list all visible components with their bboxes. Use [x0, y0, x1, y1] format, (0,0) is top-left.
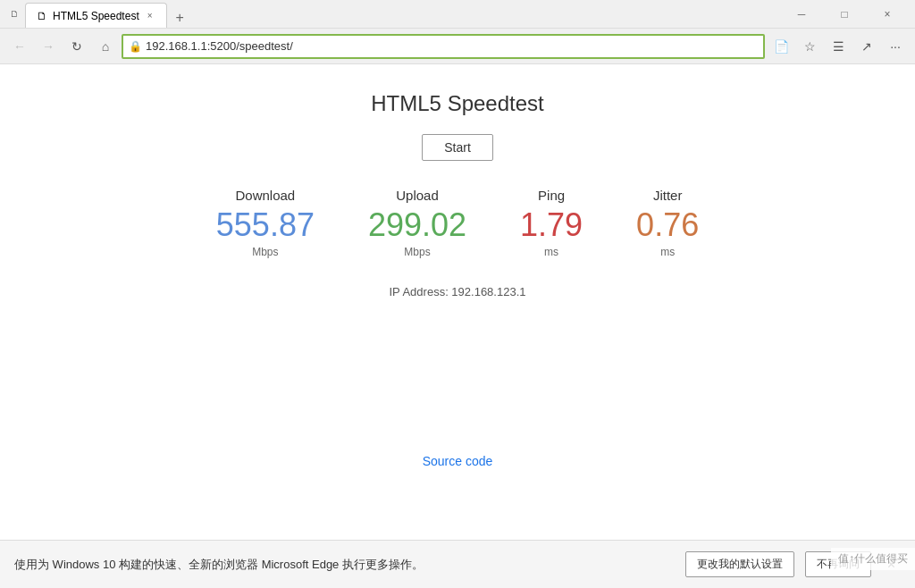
page-title: HTML5 Speedtest — [371, 91, 543, 116]
tab-bar: 🗋 HTML5 Speedtest × + — [25, 0, 781, 28]
upload-label: Upload — [396, 188, 439, 203]
ping-unit: ms — [544, 246, 558, 258]
notification-bar: 使用为 Windows 10 构建的快速、全新的浏览器 Microsoft Ed… — [0, 540, 915, 588]
address-input[interactable] — [146, 39, 758, 53]
more-button[interactable]: ··· — [883, 34, 908, 59]
metric-upload: Upload 299.02 Mbps — [368, 188, 466, 258]
download-value: 555.87 — [216, 206, 315, 244]
back-button[interactable]: ← — [7, 34, 32, 59]
nav-bar: ← → ↻ ⌂ 🔒 📄 ☆ ☰ ↗ ··· — [0, 29, 915, 64]
tab-title: HTML5 Speedtest — [53, 10, 139, 22]
ping-label: Ping — [538, 188, 565, 203]
source-code-link[interactable]: Source code — [423, 454, 493, 468]
download-label: Download — [236, 188, 296, 203]
favorites-button[interactable]: ☆ — [797, 34, 822, 59]
maximize-button[interactable]: □ — [824, 0, 865, 29]
upload-value: 299.02 — [368, 206, 466, 244]
minimize-button[interactable]: ─ — [781, 0, 822, 29]
download-unit: Mbps — [252, 246, 278, 258]
forward-button[interactable]: → — [36, 34, 61, 59]
tab-favicon: 🗋 — [37, 10, 47, 22]
metric-jitter: Jitter 0.76 ms — [636, 188, 699, 258]
browser-window: 🗋 🗋 HTML5 Speedtest × + ─ □ × ← → ↻ ⌂ 🔒 … — [0, 0, 915, 588]
new-tab-button[interactable]: + — [171, 8, 189, 28]
jitter-value: 0.76 — [636, 206, 699, 244]
close-button[interactable]: × — [867, 0, 908, 29]
metric-download: Download 555.87 Mbps — [216, 188, 315, 258]
reading-list-button[interactable]: ☰ — [826, 34, 851, 59]
watermark: 值↑什么值得买 — [831, 548, 915, 570]
title-bar: 🗋 🗋 HTML5 Speedtest × + ─ □ × — [0, 0, 915, 29]
tab-close-btn[interactable]: × — [145, 10, 155, 21]
jitter-unit: ms — [660, 246, 675, 258]
home-button[interactable]: ⌂ — [93, 34, 118, 59]
active-tab[interactable]: 🗋 HTML5 Speedtest × — [25, 3, 167, 28]
page-content: HTML5 Speedtest Start Download 555.87 Mb… — [0, 64, 915, 540]
metric-ping: Ping 1.79 ms — [520, 188, 583, 258]
address-bar[interactable]: 🔒 — [122, 34, 765, 59]
share-button[interactable]: ↗ — [854, 34, 879, 59]
read-view-button[interactable]: 📄 — [768, 34, 793, 59]
upload-unit: Mbps — [404, 246, 430, 258]
window-icon: 🗋 — [7, 7, 21, 21]
notification-text: 使用为 Windows 10 构建的快速、全新的浏览器 Microsoft Ed… — [14, 557, 675, 573]
ip-address: IP Address: 192.168.123.1 — [390, 285, 526, 298]
metrics-row: Download 555.87 Mbps Upload 299.02 Mbps … — [216, 188, 699, 258]
refresh-button[interactable]: ↻ — [64, 34, 89, 59]
start-button[interactable]: Start — [422, 134, 493, 161]
nav-right-buttons: 📄 ☆ ☰ ↗ ··· — [768, 34, 908, 59]
change-default-button[interactable]: 更改我的默认设置 — [685, 551, 794, 577]
title-bar-controls: ─ □ × — [781, 0, 908, 29]
window-controls-left: 🗋 — [7, 7, 21, 21]
jitter-label: Jitter — [653, 188, 683, 203]
lock-icon: 🔒 — [129, 40, 142, 53]
ping-value: 1.79 — [520, 206, 583, 244]
